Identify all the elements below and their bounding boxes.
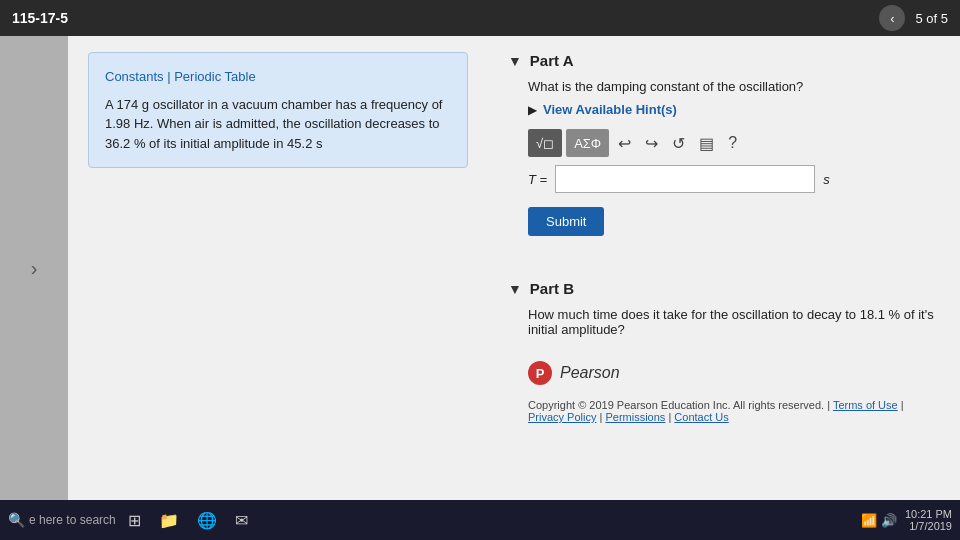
taskbar-right: 📶 🔊 10:21 PM 1/7/2019 — [861, 508, 952, 532]
taskbar-clock: 10:21 PM 1/7/2019 — [905, 508, 952, 532]
pearson-section: P Pearson — [528, 361, 940, 385]
top-bar: 115-17-5 ‹ 5 of 5 — [0, 0, 960, 36]
hint-link[interactable]: ▶ View Available Hint(s) — [528, 102, 940, 117]
part-a-section: ▼ Part A What is the damping constant of… — [508, 52, 940, 256]
taskbar-start-button[interactable]: ⊞ — [122, 509, 147, 532]
taskbar-search-text[interactable]: e here to search — [29, 513, 116, 527]
hint-label: View Available Hint(s) — [543, 102, 677, 117]
taskbar-time-value: 10:21 PM — [905, 508, 952, 520]
keyboard-icon[interactable]: ▤ — [694, 132, 719, 155]
taskbar-date-value: 1/7/2019 — [905, 520, 952, 532]
hint-arrow-icon: ▶ — [528, 103, 537, 117]
problem-box: Constants | Periodic Table A 174 g oscil… — [88, 52, 468, 168]
part-a-collapse-arrow[interactable]: ▼ — [508, 53, 522, 69]
pearson-logo-letter: P — [536, 366, 545, 381]
taskbar-browser-button[interactable]: 🌐 — [191, 509, 223, 532]
symbols-button[interactable]: ΑΣΦ — [566, 129, 609, 157]
taskbar-search: 🔍 e here to search — [8, 512, 116, 528]
part-a-question: What is the damping constant of the osci… — [528, 79, 940, 94]
pearson-logo: P — [528, 361, 552, 385]
sidebar: › — [0, 36, 68, 500]
problem-description: A 174 g oscillator in a vacuum chamber h… — [105, 97, 442, 151]
part-b-section: ▼ Part B How much time does it take for … — [508, 280, 940, 337]
nav-back-button[interactable]: ‹ — [879, 5, 905, 31]
taskbar-mail-button[interactable]: ✉ — [229, 509, 254, 532]
right-panel: ▼ Part A What is the damping constant of… — [508, 52, 940, 423]
sqrt-button[interactable]: √◻ — [528, 129, 562, 157]
constants-periodic-row: Constants | Periodic Table — [105, 67, 451, 87]
submit-button[interactable]: Submit — [528, 207, 604, 236]
periodic-table-link[interactable]: Periodic Table — [174, 69, 255, 84]
part-a-header: ▼ Part A — [508, 52, 940, 69]
reset-icon[interactable]: ↺ — [667, 132, 690, 155]
footer-copyright: Copyright © 2019 Pearson Education Inc. … — [528, 399, 940, 423]
answer-toolbar: √◻ ΑΣΦ ↩ ↪ ↺ ▤ ? — [528, 129, 940, 157]
main-content: Constants | Periodic Table A 174 g oscil… — [68, 36, 960, 500]
terms-link[interactable]: Terms of Use — [833, 399, 898, 411]
undo-icon[interactable]: ↩ — [613, 132, 636, 155]
part-b-header: ▼ Part B — [508, 280, 940, 297]
taskbar-wifi-icon: 📶 — [861, 513, 877, 528]
taskbar: 🔍 e here to search ⊞ 📁 🌐 ✉ 📶 🔊 10:21 PM … — [0, 500, 960, 540]
top-bar-right: ‹ 5 of 5 — [879, 5, 948, 31]
taskbar-system-icons: 📶 🔊 — [861, 513, 897, 528]
copyright-text: Copyright © 2019 Pearson Education Inc. … — [528, 399, 824, 411]
part-b-collapse-arrow[interactable]: ▼ — [508, 281, 522, 297]
taskbar-search-icon: 🔍 — [8, 512, 25, 528]
sidebar-expand-arrow[interactable]: › — [31, 257, 38, 280]
part-b-question: How much time does it take for the oscil… — [528, 307, 940, 337]
help-icon[interactable]: ? — [723, 132, 742, 154]
part-b-title: Part B — [530, 280, 574, 297]
page-indicator: 5 of 5 — [915, 11, 948, 26]
answer-label: T = — [528, 172, 547, 187]
part-a-title: Part A — [530, 52, 574, 69]
taskbar-file-button[interactable]: 📁 — [153, 509, 185, 532]
constants-link[interactable]: Constants — [105, 69, 164, 84]
page-title: 115-17-5 — [12, 10, 68, 26]
redo-icon[interactable]: ↪ — [640, 132, 663, 155]
pearson-name: Pearson — [560, 364, 620, 382]
taskbar-volume-icon: 🔊 — [881, 513, 897, 528]
answer-unit: s — [823, 172, 830, 187]
answer-row: T = s — [528, 165, 940, 193]
privacy-link[interactable]: Privacy Policy — [528, 411, 596, 423]
permissions-link[interactable]: Permissions — [605, 411, 665, 423]
contact-link[interactable]: Contact Us — [674, 411, 728, 423]
answer-input[interactable] — [555, 165, 815, 193]
